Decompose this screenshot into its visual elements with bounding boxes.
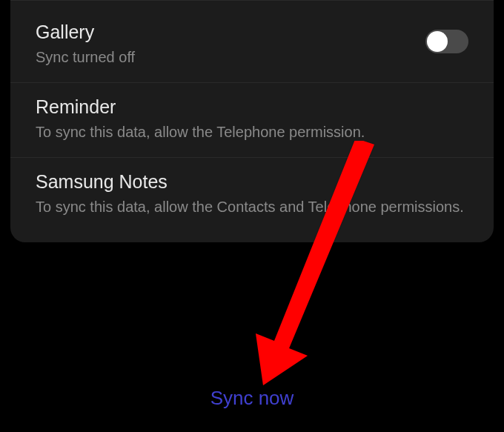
sync-now-button[interactable]: Sync now [210, 387, 294, 410]
item-subtitle: Sync turned off [36, 47, 468, 67]
item-subtitle: To sync this data, allow the Telephone p… [36, 122, 468, 142]
item-title: Reminder [36, 96, 468, 118]
item-title: Gallery [36, 21, 468, 43]
sync-item-gallery[interactable]: Gallery Sync turned off [10, 0, 494, 83]
gallery-sync-toggle[interactable] [425, 30, 468, 53]
item-subtitle: To sync this data, allow the Contacts an… [36, 197, 468, 217]
sync-settings-panel: Gallery Sync turned off Reminder To sync… [10, 0, 494, 242]
sync-item-reminder[interactable]: Reminder To sync this data, allow the Te… [10, 83, 494, 158]
sync-item-samsung-notes[interactable]: Samsung Notes To sync this data, allow t… [10, 158, 494, 242]
item-title: Samsung Notes [36, 171, 468, 193]
toggle-knob [427, 31, 448, 52]
